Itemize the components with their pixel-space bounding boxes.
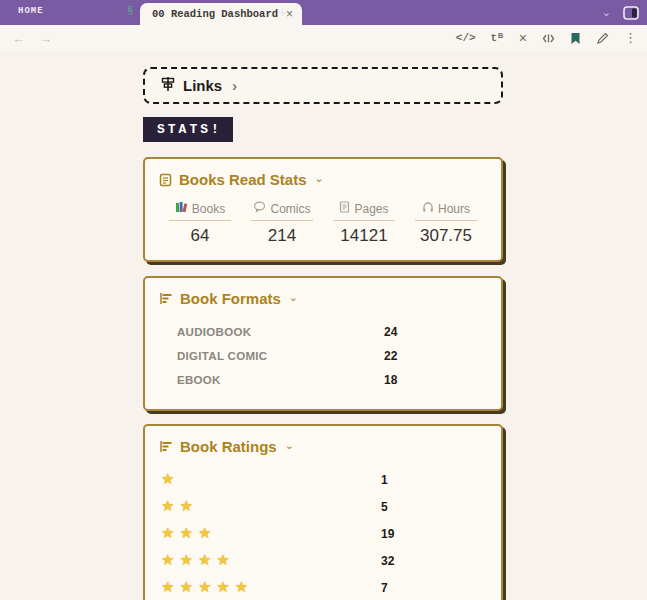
book-formats-header[interactable]: Book Formats ⌄	[159, 290, 487, 307]
stat-books: Books 64	[159, 201, 241, 246]
code-block-icon[interactable]	[542, 33, 555, 44]
comic-bubble-icon	[253, 201, 266, 216]
toolbar: ← → </> tᴮ × ⋮	[0, 25, 647, 51]
stat-label: Pages	[354, 202, 388, 216]
rating-value: 7	[381, 581, 388, 595]
rating-rows: ★ 1 ★★ 5 ★★★ 19 ★★★★ 32 ★★★★★ 7	[159, 469, 487, 600]
star-icons: ★★★	[161, 524, 216, 542]
vault-name: HOME	[18, 6, 44, 16]
rating-row: ★★ 5	[159, 496, 487, 523]
format-value: 22	[384, 349, 397, 363]
tab-accessory-icon[interactable]: §	[127, 5, 133, 16]
books-icon	[175, 201, 188, 216]
back-button[interactable]: ←	[12, 32, 25, 45]
tab-close-icon[interactable]: ×	[286, 8, 293, 20]
pages-icon	[339, 201, 350, 216]
rating-row: ★★★ 19	[159, 523, 487, 550]
stat-pages: Pages 14121	[323, 201, 405, 246]
star-icons: ★	[161, 470, 179, 488]
books-read-stats-header[interactable]: Books Read Stats ⌄	[159, 171, 487, 188]
rating-row: ★★★★ 32	[159, 550, 487, 577]
star-icons: ★★★★★	[161, 578, 253, 596]
note-content: Links › STATS! Books Read Stats ⌄	[0, 51, 647, 600]
format-row: EBOOK 18	[159, 371, 487, 395]
notepad-icon	[159, 173, 172, 187]
card-title: Book Ratings	[180, 438, 277, 455]
tab-title: 00 Reading Dashboard	[152, 8, 278, 20]
format-rows: AUDIOBOOK 24 DIGITAL COMIC 22 EBOOK 18	[159, 323, 487, 395]
stats-badge: STATS!	[143, 117, 233, 142]
headphones-icon	[422, 201, 434, 216]
text-toggle-icon[interactable]: tᴮ	[491, 32, 504, 44]
rating-value: 5	[381, 500, 388, 514]
new-tab-button[interactable]: +	[278, 4, 287, 20]
book-ratings-card: Book Ratings ⌄ ★ 1 ★★ 5 ★★★ 19 ★★★★	[143, 424, 503, 600]
chevron-down-icon: ⌄	[315, 172, 324, 185]
nav-arrows: ← →	[12, 32, 52, 45]
chevron-down-icon[interactable]: ⌄	[602, 6, 611, 19]
stat-hours: Hours 307.75	[405, 201, 487, 246]
format-row: AUDIOBOOK 24	[159, 323, 487, 347]
rating-row: ★ 1	[159, 469, 487, 496]
toolbar-icons: </> tᴮ × ⋮	[456, 32, 637, 45]
stat-value: 307.75	[405, 226, 487, 246]
titlebar: HOME § 00 Reading Dashboard × + ⌄	[0, 0, 647, 25]
stat-label: Hours	[438, 202, 470, 216]
books-read-stats-card: Books Read Stats ⌄ Books	[143, 157, 503, 262]
stat-label: Comics	[270, 202, 310, 216]
chevron-down-icon: ⌄	[285, 439, 294, 452]
bar-chart-icon	[159, 440, 173, 453]
forward-button[interactable]: →	[39, 32, 52, 45]
bookmark-icon[interactable]	[570, 32, 581, 45]
stat-value: 64	[159, 226, 241, 246]
card-title: Book Formats	[180, 290, 281, 307]
format-label: EBOOK	[177, 374, 221, 386]
stat-value: 14121	[323, 226, 405, 246]
book-ratings-header[interactable]: Book Ratings ⌄	[159, 438, 487, 455]
titlebar-right: ⌄	[602, 0, 639, 25]
chevron-right-icon: ›	[232, 78, 237, 94]
code-view-icon[interactable]: </>	[456, 32, 476, 44]
format-value: 18	[384, 373, 397, 387]
format-value: 24	[384, 325, 397, 339]
rating-value: 19	[381, 527, 394, 541]
stat-label: Books	[192, 202, 225, 216]
book-formats-card: Book Formats ⌄ AUDIOBOOK 24 DIGITAL COMI…	[143, 276, 503, 411]
more-options-icon[interactable]: ⋮	[624, 32, 637, 44]
links-label: Links	[183, 77, 222, 94]
rating-value: 32	[381, 554, 394, 568]
card-title: Books Read Stats	[179, 171, 307, 188]
star-icons: ★★★★	[161, 551, 235, 569]
signpost-icon	[161, 76, 175, 96]
format-label: DIGITAL COMIC	[177, 350, 267, 362]
links-callout[interactable]: Links ›	[143, 67, 503, 104]
chevron-down-icon: ⌄	[289, 291, 298, 304]
close-icon[interactable]: ×	[519, 32, 527, 44]
bar-chart-icon	[159, 292, 173, 305]
rating-value: 1	[381, 473, 388, 487]
rating-row: ★★★★★ 7	[159, 577, 487, 600]
edit-icon[interactable]	[596, 32, 609, 45]
format-row: DIGITAL COMIC 22	[159, 347, 487, 371]
format-label: AUDIOBOOK	[177, 326, 251, 338]
star-icons: ★★	[161, 497, 198, 515]
sidebar-toggle-icon[interactable]	[623, 6, 639, 20]
stat-value: 214	[241, 226, 323, 246]
stats-row: Books 64 Comics	[159, 201, 487, 246]
stat-comics: Comics 214	[241, 201, 323, 246]
